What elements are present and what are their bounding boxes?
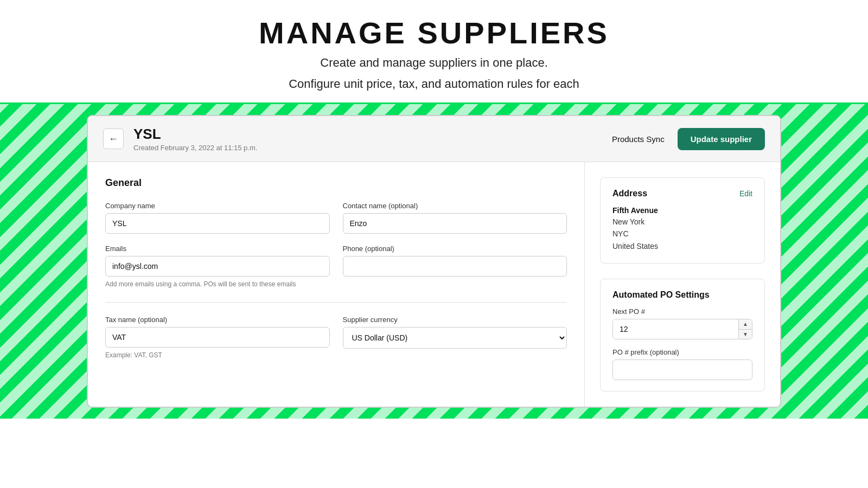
address-country: United States — [612, 240, 752, 252]
supplier-name: YSL — [133, 126, 612, 143]
supplier-title-block: YSL Created February 3, 2022 at 11:15 p.… — [133, 126, 612, 152]
currency-label: Supplier currency — [343, 316, 567, 324]
general-section: General Company name Contact name (optio… — [88, 162, 585, 407]
po-prefix-group: PO # prefix (optional) — [612, 348, 752, 380]
tax-currency-row: Tax name (optional) Example: VAT, GST Su… — [105, 316, 567, 360]
back-icon: ← — [108, 133, 118, 145]
supplier-created: Created February 3, 2022 at 11:15 p.m. — [133, 144, 612, 152]
general-section-title: General — [105, 177, 567, 189]
po-decrement-button[interactable]: ▼ — [739, 330, 752, 339]
automated-po-header: Automated PO Settings — [612, 290, 752, 300]
next-po-input[interactable] — [613, 319, 738, 339]
emails-hint: Add more emails using a comma. POs will … — [105, 280, 330, 289]
company-name-label: Company name — [105, 202, 330, 210]
currency-select[interactable]: US Dollar (USD) — [343, 327, 567, 349]
automated-po-section: Automated PO Settings Next PO # ▲ ▼ — [600, 279, 765, 391]
address-city: New York — [612, 216, 752, 228]
back-button[interactable]: ← — [103, 129, 124, 149]
tax-name-hint: Example: VAT, GST — [105, 351, 330, 360]
page-header: MANAGE SUPPLIERS Create and manage suppl… — [0, 0, 868, 104]
striped-background: ← YSL Created February 3, 2022 at 11:15 … — [0, 104, 868, 419]
automated-po-title: Automated PO Settings — [612, 290, 710, 300]
phone-input[interactable] — [343, 256, 567, 277]
update-supplier-button[interactable]: Update supplier — [678, 128, 765, 150]
address-section-title: Address — [612, 189, 647, 198]
company-name-input[interactable] — [105, 213, 330, 234]
products-sync-link[interactable]: Products Sync — [612, 134, 665, 144]
address-edit-link[interactable]: Edit — [739, 189, 752, 198]
address-section-header: Address Edit — [612, 189, 752, 198]
po-prefix-input[interactable] — [612, 359, 752, 380]
contact-name-label: Contact name (optional) — [343, 202, 567, 210]
address-state: NYC — [612, 228, 752, 240]
subtitle-2: Configure unit price, tax, and automatio… — [0, 75, 868, 93]
contact-name-group: Contact name (optional) — [343, 202, 567, 234]
card-body: General Company name Contact name (optio… — [88, 162, 780, 407]
right-panel: Address Edit Fifth Avenue New York NYC U… — [585, 162, 780, 407]
emails-input[interactable] — [105, 256, 330, 277]
po-increment-button[interactable]: ▲ — [739, 319, 752, 330]
next-po-label: Next PO # — [612, 307, 752, 316]
supplier-card: ← YSL Created February 3, 2022 at 11:15 … — [87, 115, 781, 408]
card-header: ← YSL Created February 3, 2022 at 11:15 … — [88, 116, 780, 162]
tax-name-input[interactable] — [105, 327, 330, 348]
currency-group: Supplier currency US Dollar (USD) — [343, 316, 567, 360]
phone-label: Phone (optional) — [343, 245, 567, 253]
subtitle-1: Create and manage suppliers in one place… — [0, 54, 868, 72]
tax-name-group: Tax name (optional) Example: VAT, GST — [105, 316, 330, 360]
emails-label: Emails — [105, 245, 330, 253]
company-contact-row: Company name Contact name (optional) — [105, 202, 567, 234]
next-po-spinners: ▲ ▼ — [738, 319, 752, 339]
contact-name-input[interactable] — [343, 213, 567, 234]
next-po-input-wrap: ▲ ▼ — [612, 319, 752, 339]
address-street: Fifth Avenue — [612, 206, 752, 215]
emails-group: Emails Add more emails using a comma. PO… — [105, 245, 330, 289]
emails-phone-row: Emails Add more emails using a comma. PO… — [105, 245, 567, 289]
tax-name-label: Tax name (optional) — [105, 316, 330, 324]
next-po-group: Next PO # ▲ ▼ — [612, 307, 752, 339]
phone-group: Phone (optional) — [343, 245, 567, 289]
address-section: Address Edit Fifth Avenue New York NYC U… — [600, 177, 765, 264]
page-title: MANAGE SUPPLIERS — [0, 15, 868, 50]
form-divider — [105, 302, 567, 303]
po-prefix-label: PO # prefix (optional) — [612, 348, 752, 356]
company-name-group: Company name — [105, 202, 330, 234]
card-header-actions: Products Sync Update supplier — [612, 128, 765, 150]
